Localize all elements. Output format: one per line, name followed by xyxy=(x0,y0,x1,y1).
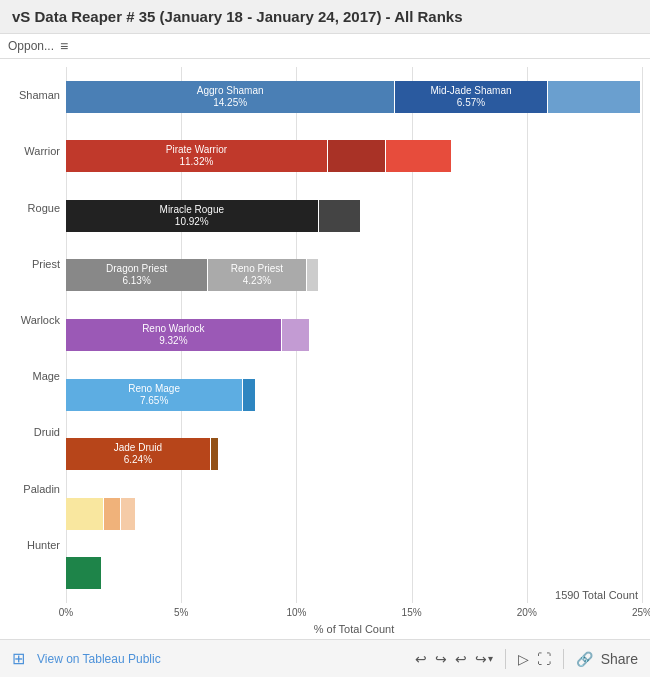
bar-label-0-0: Aggro Shaman14.25% xyxy=(195,85,266,109)
bar-segment-4-1 xyxy=(282,319,310,351)
bar-label-1-0: Pirate Warrior11.32% xyxy=(164,144,229,168)
bar-segment-3-0: Dragon Priest6.13% xyxy=(66,259,207,291)
bar-segment-2-0: Miracle Rogue10.92% xyxy=(66,200,318,232)
toolbar: Oppon... ≡ xyxy=(0,34,650,59)
share-label[interactable]: Share xyxy=(601,651,638,667)
divider2 xyxy=(563,649,564,669)
bar-label-6-0: Jade Druid6.24% xyxy=(112,442,164,466)
bar-segment-7-2 xyxy=(121,498,135,530)
footer-navigation: ↩ ↪ ↩ ↪ ▾ ▷ ⛶ 🔗 Share xyxy=(415,649,638,669)
bar-segment-6-0: Jade Druid6.24% xyxy=(66,438,210,470)
bar-segment-8-0 xyxy=(66,557,101,589)
nav-forward1[interactable]: ↪ xyxy=(435,651,447,667)
fullscreen-icon[interactable]: ⛶ xyxy=(537,651,551,667)
bar-segment-0-0: Aggro Shaman14.25% xyxy=(66,81,394,113)
title-text: vS Data Reaper # 35 (January 18 - Januar… xyxy=(12,8,463,25)
app: vS Data Reaper # 35 (January 18 - Januar… xyxy=(0,0,650,677)
y-label-warrior: Warrior xyxy=(8,126,66,176)
divider xyxy=(505,649,506,669)
x-tick-2: 10% xyxy=(286,607,306,618)
bar-segment-5-0: Reno Mage7.65% xyxy=(66,379,242,411)
tableau-icon: ⊞ xyxy=(12,649,25,668)
y-label-priest: Priest xyxy=(8,239,66,289)
x-tick-5: 25% xyxy=(632,607,650,618)
bar-segment-4-0: Reno Warlock9.32% xyxy=(66,319,281,351)
x-tick-4: 20% xyxy=(517,607,537,618)
bar-label-5-0: Reno Mage7.65% xyxy=(126,383,182,407)
filter-icon[interactable]: ≡ xyxy=(60,38,68,54)
y-label-hunter: Hunter xyxy=(8,520,66,570)
bar-row-warlock: Reno Warlock9.32% xyxy=(66,305,642,365)
bar-row-paladin xyxy=(66,484,642,544)
x-axis-title: % of Total Count xyxy=(66,623,642,639)
y-label-rogue: Rogue xyxy=(8,183,66,233)
chart-area: ShamanWarriorRoguePriestWarlockMageDruid… xyxy=(0,59,650,639)
x-tick-1: 5% xyxy=(174,607,188,618)
bar-row-priest: Dragon Priest6.13%Reno Priest4.23% xyxy=(66,246,642,306)
bar-segment-5-1 xyxy=(243,379,255,411)
footer: ⊞ View on Tableau Public ↩ ↪ ↩ ↪ ▾ ▷ ⛶ 🔗… xyxy=(0,639,650,677)
total-count-label: 1590 Total Count xyxy=(551,587,642,603)
filter-label[interactable]: Oppon... xyxy=(8,39,54,53)
bar-row-druid: Jade Druid6.24% xyxy=(66,424,642,484)
x-tick-0: 0% xyxy=(59,607,73,618)
bar-segment-6-1 xyxy=(211,438,218,470)
y-label-warlock: Warlock xyxy=(8,295,66,345)
grid-line-5 xyxy=(642,67,643,603)
chart-container: ShamanWarriorRoguePriestWarlockMageDruid… xyxy=(8,67,642,603)
bar-label-2-0: Miracle Rogue10.92% xyxy=(158,204,226,228)
y-label-paladin: Paladin xyxy=(8,464,66,514)
bar-segment-3-1: Reno Priest4.23% xyxy=(208,259,305,291)
bars-inner: Aggro Shaman14.25%Mid-Jade Shaman6.57%Pi… xyxy=(66,67,642,603)
x-axis: 0%5%10%15%20%25% xyxy=(66,603,642,623)
bar-segment-0-1: Mid-Jade Shaman6.57% xyxy=(395,81,546,113)
bar-segment-1-1 xyxy=(328,140,386,172)
bar-label-3-0: Dragon Priest6.13% xyxy=(104,263,169,287)
bar-row-rogue: Miracle Rogue10.92% xyxy=(66,186,642,246)
bar-segment-7-0 xyxy=(66,498,103,530)
bar-segment-1-2 xyxy=(386,140,451,172)
y-label-mage: Mage xyxy=(8,351,66,401)
share-icon[interactable]: 🔗 xyxy=(576,651,593,667)
x-tick-3: 15% xyxy=(402,607,422,618)
bar-rows: Aggro Shaman14.25%Mid-Jade Shaman6.57%Pi… xyxy=(66,67,642,603)
y-label-druid: Druid xyxy=(8,407,66,457)
bar-segment-2-1 xyxy=(319,200,360,232)
nav-back2[interactable]: ↩ xyxy=(455,651,467,667)
nav-back1[interactable]: ↩ xyxy=(415,651,427,667)
present-icon[interactable]: ▷ xyxy=(518,651,529,667)
y-label-shaman: Shaman xyxy=(8,70,66,120)
bar-row-warrior: Pirate Warrior11.32% xyxy=(66,127,642,187)
y-axis: ShamanWarriorRoguePriestWarlockMageDruid… xyxy=(8,67,66,603)
bar-segment-1-0: Pirate Warrior11.32% xyxy=(66,140,327,172)
bar-row-mage: Reno Mage7.65% xyxy=(66,365,642,425)
nav-forward-dropdown[interactable]: ↪ ▾ xyxy=(475,651,493,667)
bar-row-shaman: Aggro Shaman14.25%Mid-Jade Shaman6.57% xyxy=(66,67,642,127)
bar-label-3-1: Reno Priest4.23% xyxy=(229,263,285,287)
bar-segment-3-2 xyxy=(307,259,319,291)
page-title: vS Data Reaper # 35 (January 18 - Januar… xyxy=(0,0,650,34)
bar-segment-0-2 xyxy=(548,81,640,113)
bars-area: Aggro Shaman14.25%Mid-Jade Shaman6.57%Pi… xyxy=(66,67,642,603)
tableau-link[interactable]: View on Tableau Public xyxy=(37,652,161,666)
bar-label-4-0: Reno Warlock9.32% xyxy=(140,323,206,347)
bar-segment-7-1 xyxy=(104,498,120,530)
bar-label-0-1: Mid-Jade Shaman6.57% xyxy=(428,85,513,109)
